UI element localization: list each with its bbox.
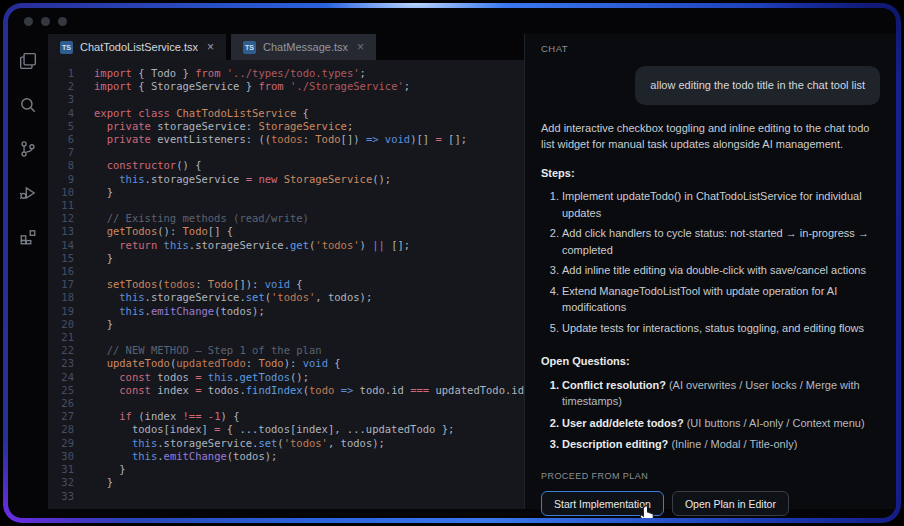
tab-close-icon[interactable]: × xyxy=(207,40,214,54)
open-plan-in-editor-button[interactable]: Open Plan in Editor xyxy=(672,491,789,516)
typescript-file-icon: TS xyxy=(243,41,256,54)
code-line: 8 constructor() { xyxy=(48,159,524,172)
chat-panel-title: CHAT xyxy=(541,42,880,56)
code-line: 32 } xyxy=(48,476,524,489)
code-line: 27 if (index !== -1) { xyxy=(48,410,524,423)
user-message-bubble: allow editing the todo title in the chat… xyxy=(635,66,880,105)
window-control-close[interactable] xyxy=(24,17,33,26)
questions-list: Conflict resolution? (AI overwrites / Us… xyxy=(541,377,880,458)
code-line: 9 this.storageService = new StorageServi… xyxy=(48,173,524,186)
window-control-maximize[interactable] xyxy=(58,17,67,26)
code-line: 20 } xyxy=(48,318,524,331)
code-line: 16 xyxy=(48,265,524,278)
run-debug-icon[interactable] xyxy=(19,184,37,202)
typescript-file-icon: TS xyxy=(60,41,73,54)
search-icon[interactable] xyxy=(19,96,37,114)
code-line: 2import { StorageService } from './Stora… xyxy=(48,80,524,93)
code-line: 25 const index = todos.findIndex(todo =>… xyxy=(48,384,524,397)
code-line: 10 } xyxy=(48,186,524,199)
code-line: 31 } xyxy=(48,463,524,476)
code-line: 14 return this.storageService.get('todos… xyxy=(48,239,524,252)
code-line: 24 const todos = this.getTodos(); xyxy=(48,371,524,384)
window-control-minimize[interactable] xyxy=(41,17,50,26)
plan-action-buttons: Start Implementation Open Plan in Editor xyxy=(541,491,880,516)
proceed-from-plan-label: PROCEED FROM PLAN xyxy=(541,470,880,484)
code-line: 11 xyxy=(48,199,524,212)
questions-heading: Open Questions: xyxy=(541,353,880,370)
code-editor[interactable]: 1import { Todo } from '../types/todo.typ… xyxy=(48,60,524,509)
question-item: User add/delete todos? (UI buttons / AI-… xyxy=(562,415,880,432)
step-item: Implement updateTodo() in ChatTodoListSe… xyxy=(562,188,880,221)
tab-label: ChatTodoListService.tsx xyxy=(80,41,198,53)
question-item: Description editing? (Inline / Modal / T… xyxy=(562,436,880,453)
chat-panel: CHAT allow editing the todo title in the… xyxy=(524,34,896,509)
question-item: Conflict resolution? (AI overwrites / Us… xyxy=(562,377,880,410)
extensions-icon[interactable] xyxy=(19,228,37,246)
steps-list: Implement updateTodo() in ChatTodoListSe… xyxy=(541,188,880,340)
activity-bar xyxy=(8,34,48,509)
step-item: Add click handlers to cycle status: not-… xyxy=(562,225,880,258)
code-line: 30 this.emitChange(todos); xyxy=(48,450,524,463)
code-line: 4export class ChatTodoListService { xyxy=(48,107,524,120)
tab-close-icon[interactable]: × xyxy=(357,40,364,54)
code-line: 7 xyxy=(48,146,524,159)
code-line: 15 } xyxy=(48,252,524,265)
steps-heading: Steps: xyxy=(541,165,880,182)
code-line: 1import { Todo } from '../types/todo.typ… xyxy=(48,67,524,80)
files-icon[interactable] xyxy=(19,52,37,70)
editor-column: TS ChatTodoListService.tsx × TS ChatMess… xyxy=(48,34,524,509)
code-line: 28 todos[index] = { ...todos[index], ...… xyxy=(48,423,524,436)
code-line: 26 xyxy=(48,397,524,410)
code-line: 19 this.emitChange(todos); xyxy=(48,305,524,318)
source-control-icon[interactable] xyxy=(19,140,37,158)
code-line: 13 getTodos(): Todo[] { xyxy=(48,225,524,238)
code-line: 3 xyxy=(48,93,524,106)
code-line: 12 // Existing methods (read/write) xyxy=(48,212,524,225)
window-frame: TS ChatTodoListService.tsx × TS ChatMess… xyxy=(3,3,901,523)
code-line: 21 xyxy=(48,331,524,344)
assistant-intro: Add interactive checkbox toggling and in… xyxy=(541,120,880,153)
code-line: 33 xyxy=(48,490,524,503)
code-line: 22 // NEW METHOD — Step 1 of the plan xyxy=(48,344,524,357)
step-item: Extend ManageTodoListTool with update op… xyxy=(562,283,880,316)
app-window: TS ChatTodoListService.tsx × TS ChatMess… xyxy=(8,8,896,518)
tab-chattodolistservice[interactable]: TS ChatTodoListService.tsx × xyxy=(48,34,226,60)
main-content: TS ChatTodoListService.tsx × TS ChatMess… xyxy=(8,34,896,518)
start-implementation-button[interactable]: Start Implementation xyxy=(541,491,664,516)
code-line: 5 private storageService: StorageService… xyxy=(48,120,524,133)
code-line: 23 updateTodo(updatedTodo: Todo): void { xyxy=(48,357,524,370)
tab-bar: TS ChatTodoListService.tsx × TS ChatMess… xyxy=(48,34,524,60)
titlebar xyxy=(8,8,896,34)
step-item: Add inline title editing via double-clic… xyxy=(562,262,880,279)
code-lines: 1import { Todo } from '../types/todo.typ… xyxy=(48,67,524,503)
code-line: 17 setTodos(todos: Todo[]): void { xyxy=(48,278,524,291)
code-line: 6 private eventListeners: ((todos: Todo[… xyxy=(48,133,524,146)
code-line: 18 this.storageService.set('todos', todo… xyxy=(48,291,524,304)
code-line: 29 this.storageService.set('todos', todo… xyxy=(48,437,524,450)
tab-chatmessage[interactable]: TS ChatMessage.tsx × xyxy=(231,34,376,60)
tab-label: ChatMessage.tsx xyxy=(263,41,348,53)
step-item: Update tests for interactions, status to… xyxy=(562,320,880,337)
